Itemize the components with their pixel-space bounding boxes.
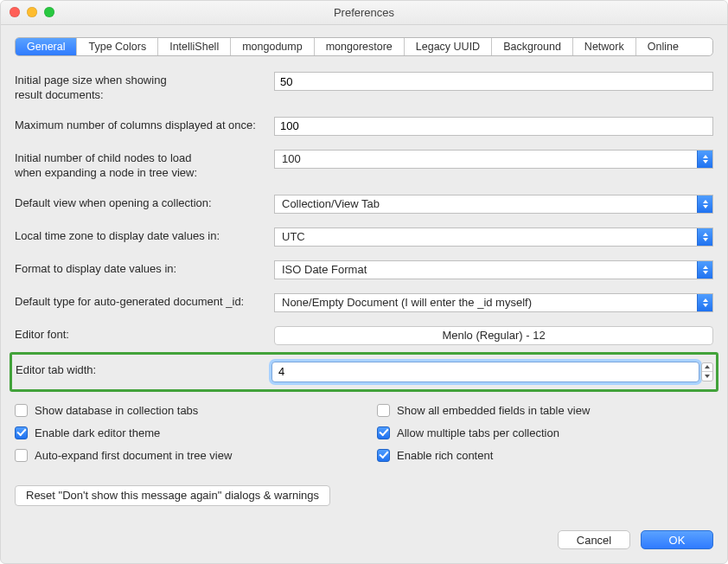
autogen-type-value: None/Empty Document (I will enter the _i… <box>282 296 532 309</box>
label-default-view: Default view when opening a collection: <box>15 195 274 211</box>
checkbox-label: Show database in collection tabs <box>35 404 198 417</box>
minimize-window-button[interactable] <box>27 7 37 17</box>
stepper-up-icon <box>705 365 710 369</box>
checkbox-auto-expand-first-doc[interactable] <box>15 449 28 462</box>
checkbox-rich-content[interactable] <box>377 449 390 462</box>
time-zone-select[interactable]: UTC <box>274 228 713 247</box>
checkbox-label: Show all embedded fields in table view <box>397 404 590 417</box>
close-window-button[interactable] <box>10 7 20 17</box>
label-initial-page-size: Initial page size when showing result do… <box>15 72 274 103</box>
checkbox-label: Enable rich content <box>397 449 493 462</box>
cancel-button[interactable]: Cancel <box>558 530 630 549</box>
initial-child-nodes-select[interactable]: 100 <box>274 150 713 169</box>
editor-tab-width-highlight: Editor tab width: <box>10 352 718 392</box>
reset-dialogs-button[interactable]: Reset "Don't show this message again" di… <box>15 485 330 506</box>
editor-font-value: Menlo (Regular) - 12 <box>442 329 545 342</box>
checkbox-label: Enable dark editor theme <box>35 426 160 439</box>
reset-dialogs-label: Reset "Don't show this message again" di… <box>26 489 319 502</box>
tab-intellishell[interactable]: IntelliShell <box>158 38 231 55</box>
initial-page-size-input[interactable] <box>274 72 713 91</box>
date-format-select[interactable]: ISO Date Format <box>274 260 713 279</box>
preferences-content: General Type Colors IntelliShell mongodu… <box>1 25 727 518</box>
label-date-format: Format to display date values in: <box>15 260 274 277</box>
initial-child-nodes-value: 100 <box>282 152 301 165</box>
checkbox-show-embedded-fields[interactable] <box>377 404 390 417</box>
preferences-window: Preferences General Type Colors IntelliS… <box>0 0 728 564</box>
chevron-up-down-icon <box>697 228 712 246</box>
label-max-columns: Maximum number of columns displayed at o… <box>15 117 274 133</box>
checkbox-multi-tabs[interactable] <box>377 426 390 439</box>
window-titlebar: Preferences <box>1 1 727 25</box>
tab-online[interactable]: Online <box>636 38 690 55</box>
label-autogen-type: Default type for auto-generated document… <box>15 293 274 310</box>
stepper-down-icon <box>705 375 710 378</box>
chevron-up-down-icon <box>697 261 712 279</box>
chevron-up-down-icon <box>697 294 712 311</box>
tab-background[interactable]: Background <box>492 38 573 55</box>
tab-mongodump[interactable]: mongodump <box>231 38 315 55</box>
ok-button[interactable]: OK <box>641 530 713 549</box>
checkbox-col-left: Show database in collection tabs Enable … <box>15 404 351 471</box>
tab-legacy-uuid[interactable]: Legacy UUID <box>405 38 492 55</box>
dialog-footer: Cancel OK <box>1 518 727 563</box>
preferences-tabbar: General Type Colors IntelliShell mongodu… <box>15 37 713 56</box>
label-editor-tab-width: Editor tab width: <box>16 362 271 378</box>
tab-general[interactable]: General <box>16 38 77 55</box>
time-zone-value: UTC <box>282 230 305 243</box>
label-initial-child-nodes: Initial number of child nodes to load wh… <box>15 150 274 181</box>
cancel-label: Cancel <box>577 534 611 547</box>
default-view-value: Collection/View Tab <box>282 197 380 210</box>
date-format-value: ISO Date Format <box>282 263 367 276</box>
editor-tab-width-stepper[interactable] <box>701 362 713 381</box>
checkbox-grid: Show database in collection tabs Enable … <box>15 404 713 471</box>
general-form: Initial page size when showing result do… <box>15 72 713 506</box>
ok-label: OK <box>669 534 686 547</box>
checkbox-dark-editor-theme[interactable] <box>15 426 28 439</box>
default-view-select[interactable]: Collection/View Tab <box>274 195 713 214</box>
window-traffic-lights <box>10 7 54 17</box>
checkbox-label: Allow multiple tabs per collection <box>397 426 559 439</box>
chevron-up-down-icon <box>697 151 712 168</box>
checkbox-show-db-in-tabs[interactable] <box>15 404 28 417</box>
checkbox-col-right: Show all embedded fields in table view A… <box>377 404 713 471</box>
tab-mongorestore[interactable]: mongorestore <box>315 38 405 55</box>
label-editor-font: Editor font: <box>15 326 274 343</box>
chevron-up-down-icon <box>697 195 712 213</box>
checkbox-label: Auto-expand first document in tree view <box>35 449 232 462</box>
label-time-zone: Local time zone to display date values i… <box>15 228 274 244</box>
editor-font-button[interactable]: Menlo (Regular) - 12 <box>274 326 713 345</box>
tab-type-colors[interactable]: Type Colors <box>77 38 158 55</box>
tab-network[interactable]: Network <box>573 38 636 55</box>
window-title: Preferences <box>1 6 727 19</box>
zoom-window-button[interactable] <box>44 7 54 17</box>
max-columns-input[interactable] <box>274 117 713 136</box>
editor-tab-width-input[interactable] <box>271 362 699 382</box>
autogen-type-select[interactable]: None/Empty Document (I will enter the _i… <box>274 293 713 312</box>
